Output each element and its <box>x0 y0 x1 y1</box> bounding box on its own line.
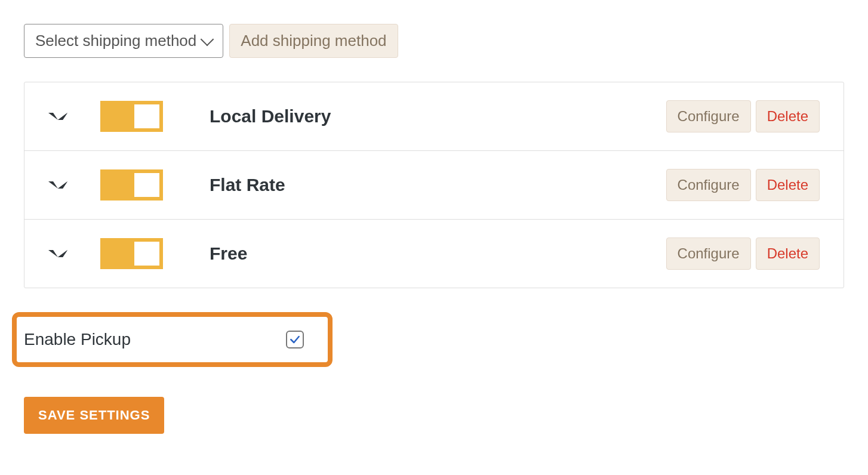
method-name: Local Delivery <box>210 106 666 127</box>
method-name: Free <box>210 243 666 264</box>
svg-marker-2 <box>58 113 67 120</box>
configure-button[interactable]: Configure <box>666 237 751 270</box>
add-shipping-method-button[interactable]: Add shipping method <box>229 24 398 58</box>
save-settings-label: SAVE SETTINGS <box>38 408 150 422</box>
table-row: Flat Rate Configure Delete <box>24 151 844 220</box>
configure-button[interactable]: Configure <box>666 100 751 132</box>
enable-toggle[interactable] <box>100 101 163 132</box>
sort-handle-icon[interactable] <box>48 179 67 191</box>
delete-button[interactable]: Delete <box>756 237 820 270</box>
check-icon <box>289 334 301 346</box>
save-settings-button[interactable]: SAVE SETTINGS <box>24 397 164 434</box>
delete-button[interactable]: Delete <box>756 100 820 132</box>
table-row: Free Configure Delete <box>24 220 844 288</box>
enable-pickup-checkbox[interactable] <box>286 331 304 348</box>
shipping-method-select[interactable]: Select shipping method <box>24 24 223 58</box>
enable-toggle[interactable] <box>100 238 163 269</box>
sort-handle-icon[interactable] <box>48 248 67 260</box>
method-name: Flat Rate <box>210 175 666 195</box>
row-actions: Configure Delete <box>666 169 820 201</box>
row-actions: Configure Delete <box>666 100 820 132</box>
svg-marker-8 <box>58 250 67 257</box>
enable-pickup-label: Enable Pickup <box>24 330 131 349</box>
enable-pickup-highlight: Enable Pickup <box>12 312 333 367</box>
shipping-method-select-label: Select shipping method <box>35 32 196 50</box>
table-row: Local Delivery Configure Delete <box>24 82 844 151</box>
svg-marker-0 <box>48 113 58 120</box>
svg-marker-3 <box>48 181 58 189</box>
sort-handle-icon[interactable] <box>48 110 67 122</box>
chevron-down-icon <box>201 32 214 46</box>
add-shipping-method-label: Add shipping method <box>241 32 386 50</box>
shipping-methods-table: Local Delivery Configure Delete Flat Rat… <box>24 82 844 288</box>
row-actions: Configure Delete <box>666 237 820 270</box>
enable-toggle[interactable] <box>100 169 163 201</box>
svg-marker-6 <box>48 250 58 257</box>
delete-button[interactable]: Delete <box>756 169 820 201</box>
svg-marker-5 <box>58 181 67 189</box>
configure-button[interactable]: Configure <box>666 169 751 201</box>
